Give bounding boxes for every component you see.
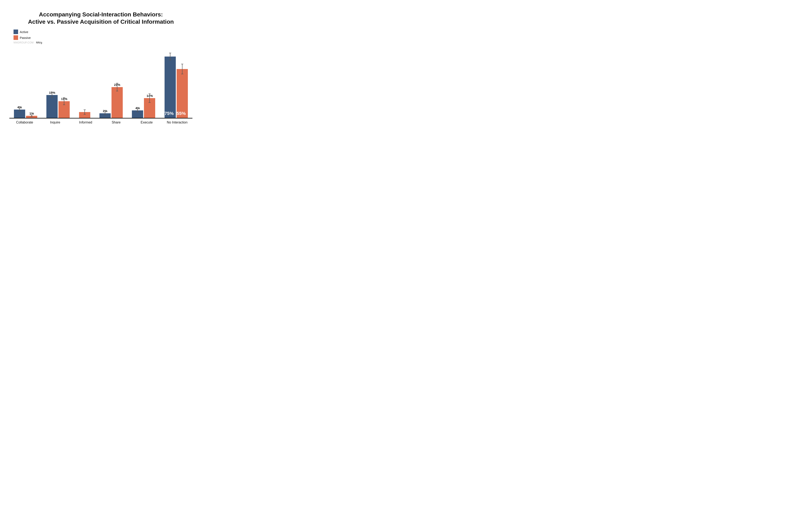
bar-pair <box>79 108 90 118</box>
x-label-informed: Informed <box>73 120 98 124</box>
baseline <box>10 118 192 118</box>
passive-error-bar <box>117 83 117 91</box>
active-error-bar <box>137 109 138 112</box>
watermark-bold: NN/g <box>36 41 42 44</box>
legend-active: Active <box>14 30 192 34</box>
legend: Active Passive <box>14 30 192 40</box>
active-swatch <box>14 30 18 34</box>
passive-bar <box>111 87 123 118</box>
active-bar <box>132 110 143 118</box>
passive-error-bar <box>149 94 150 103</box>
passive-bar <box>79 112 90 118</box>
active-bar-wrapper: 4% <box>14 106 25 118</box>
bar-group-execute: 4%14% <box>132 94 155 118</box>
bar-pair: 4%1% <box>14 106 37 118</box>
active-error-bar <box>105 112 105 115</box>
x-label-share: Share <box>104 120 129 124</box>
x-label-no-interaction: No Interaction <box>165 120 190 124</box>
bar-group-no-interaction: 75%75%55%55% <box>165 57 188 118</box>
chart-container: Accompanying Social-Interaction Behavior… <box>3 7 199 127</box>
legend-passive-label: Passive <box>20 36 31 39</box>
active-bar <box>47 95 58 118</box>
bar-pair: 15%11% <box>47 91 70 118</box>
chart-area: 4%1%15%11%2%21%4%14%75%75%55%55% <box>10 48 192 118</box>
active-bar-wrapper: 4% <box>132 106 143 118</box>
legend-passive: Passive <box>14 35 192 40</box>
passive-error-bar <box>85 110 85 115</box>
passive-bar <box>58 101 70 118</box>
active-error-bar <box>19 108 20 111</box>
active-bar-wrapper: 75%75% <box>165 57 176 118</box>
passive-bar-wrapper <box>79 108 90 118</box>
x-label-collaborate: Collaborate <box>12 120 37 124</box>
passive-bar-wrapper: 11% <box>58 97 70 118</box>
passive-error-bar <box>64 97 64 105</box>
passive-bar: 55% <box>177 69 188 118</box>
active-bar <box>99 113 111 118</box>
watermark-prefix: NNGROUP.COM <box>14 41 34 44</box>
passive-bar-wrapper: 14% <box>144 94 155 118</box>
x-label-execute: Execute <box>134 120 159 124</box>
passive-bar <box>144 98 155 118</box>
active-bar-wrapper: 15% <box>47 91 58 118</box>
passive-inside-label: 55% <box>177 111 186 116</box>
active-inside-label: 75% <box>165 111 174 116</box>
active-error-bar <box>170 53 170 60</box>
active-bar-wrapper: 2% <box>99 109 111 118</box>
title-line1: Accompanying Social-Interaction Behavior… <box>39 11 163 18</box>
active-error-bar <box>52 92 52 98</box>
passive-bar-wrapper: 55%55% <box>177 69 188 118</box>
bar-group-informed <box>79 108 90 118</box>
active-bar: 75% <box>165 57 176 118</box>
passive-bar-wrapper: 1% <box>26 112 37 118</box>
passive-bar <box>26 116 37 118</box>
title-line2: Active vs. Passive Acquisition of Critic… <box>28 19 174 25</box>
bar-pair: 4%14% <box>132 94 155 118</box>
chart-title: Accompanying Social-Interaction Behavior… <box>10 11 192 25</box>
legend-active-label: Active <box>20 30 28 34</box>
bar-group-collaborate: 4%1% <box>14 106 37 118</box>
bar-group-inquire: 15%11% <box>47 91 70 118</box>
bar-group-share: 2%21% <box>99 83 123 118</box>
passive-error-bar <box>32 115 32 117</box>
passive-error-bar <box>182 64 182 74</box>
passive-swatch <box>14 35 18 40</box>
x-label-inquire: Inquire <box>43 120 68 124</box>
x-labels: CollaborateInquireInformedShareExecuteNo… <box>10 120 192 124</box>
active-bar <box>14 110 25 118</box>
watermark: NNGROUP.COM NN/g <box>14 41 192 44</box>
bar-pair: 2%21% <box>99 83 123 118</box>
bar-pair: 75%75%55%55% <box>165 57 188 118</box>
bars-row: 4%1%15%11%2%21%4%14%75%75%55%55% <box>10 48 192 118</box>
passive-bar-wrapper: 21% <box>111 83 123 118</box>
